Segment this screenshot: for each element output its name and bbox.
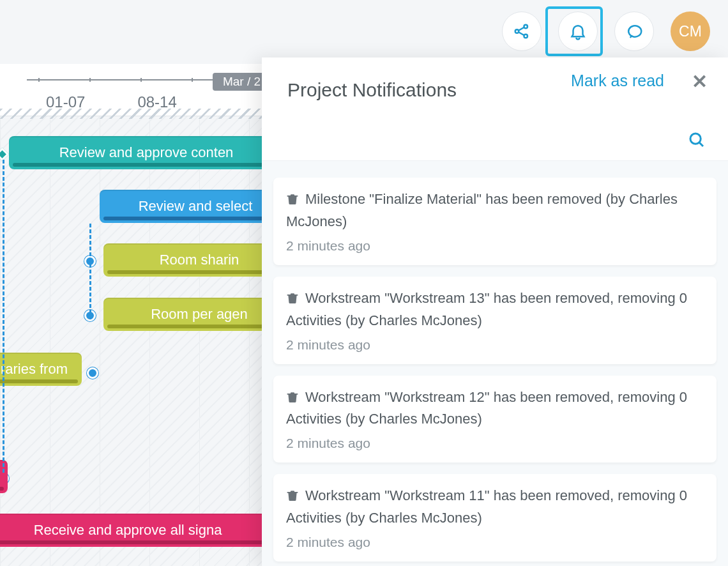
share-button[interactable] bbox=[502, 11, 542, 51]
gantt-chart[interactable]: Mar / 2 01-07 08-14 Review and approve c… bbox=[0, 64, 275, 566]
notification-time: 2 minutes ago bbox=[286, 436, 704, 451]
trash-icon bbox=[286, 389, 299, 409]
gantt-bar-room-per-agent[interactable]: Room per agen bbox=[103, 298, 275, 331]
bar-label: Room per agen bbox=[151, 306, 248, 323]
close-icon[interactable]: ✕ bbox=[692, 70, 708, 93]
svg-point-0 bbox=[515, 29, 519, 33]
notification-time: 2 minutes ago bbox=[286, 337, 704, 353]
notification-text: Workstream "Workstream 13" has been remo… bbox=[286, 290, 687, 328]
notifications-panel: Project Notifications Mark as read ✕ Mil… bbox=[262, 57, 728, 566]
user-avatar[interactable]: CM bbox=[671, 11, 710, 51]
gantt-bar-receive-approve[interactable]: Receive and approve all signa bbox=[0, 514, 275, 547]
bar-label: raries from bbox=[1, 361, 68, 378]
trash-icon bbox=[286, 191, 299, 211]
notification-text: Workstream "Workstream 12" has been remo… bbox=[286, 389, 687, 427]
notification-card[interactable]: Workstream "Workstream 12" has been remo… bbox=[273, 376, 717, 463]
notification-card[interactable]: Milestone "Finalize Material" has been r… bbox=[273, 178, 717, 265]
svg-line-7 bbox=[699, 142, 703, 146]
svg-line-3 bbox=[519, 27, 524, 31]
dependency-node[interactable] bbox=[87, 367, 98, 379]
svg-line-4 bbox=[519, 32, 524, 35]
bar-label: Review and select bbox=[139, 198, 253, 215]
dependency-line bbox=[89, 224, 91, 319]
notifications-search-row bbox=[262, 121, 728, 161]
notification-time: 2 minutes ago bbox=[286, 535, 704, 550]
svg-point-2 bbox=[524, 34, 528, 38]
notifications-list[interactable]: Milestone "Finalize Material" has been r… bbox=[262, 161, 728, 566]
notification-text: Workstream "Workstream 11" has been remo… bbox=[286, 487, 687, 526]
notification-text: Milestone "Finalize Material" has been r… bbox=[286, 191, 678, 229]
gantt-bar-review-approve-content[interactable]: Review and approve conten bbox=[9, 136, 275, 169]
gantt-bar-libraries[interactable]: raries from bbox=[0, 353, 82, 386]
gantt-bar-room-sharing[interactable]: Room sharin bbox=[103, 243, 275, 277]
mark-as-read-link[interactable]: Mark as read bbox=[571, 72, 664, 90]
bar-label: Receive and approve all signa bbox=[34, 522, 222, 539]
topbar: CM bbox=[0, 0, 728, 64]
gantt-bar-review-select[interactable]: Review and select bbox=[100, 190, 275, 223]
notification-card[interactable]: Workstream "Workstream 13" has been remo… bbox=[273, 277, 717, 364]
notification-time: 2 minutes ago bbox=[286, 238, 704, 254]
trash-icon bbox=[286, 487, 299, 508]
svg-point-6 bbox=[690, 134, 701, 144]
chat-button[interactable] bbox=[614, 11, 654, 51]
trash-icon bbox=[286, 290, 299, 310]
svg-point-1 bbox=[524, 25, 528, 29]
bar-label: Room sharin bbox=[160, 252, 239, 268]
bar-label: Review and approve conten bbox=[59, 144, 234, 161]
dependency-line bbox=[3, 160, 4, 473]
avatar-initials: CM bbox=[679, 23, 702, 40]
notifications-header: Project Notifications Mark as read ✕ bbox=[262, 57, 728, 121]
notification-card[interactable]: Workstream "Workstream 11" has been remo… bbox=[273, 474, 717, 562]
notifications-button[interactable] bbox=[558, 11, 598, 51]
search-icon[interactable] bbox=[687, 130, 706, 152]
